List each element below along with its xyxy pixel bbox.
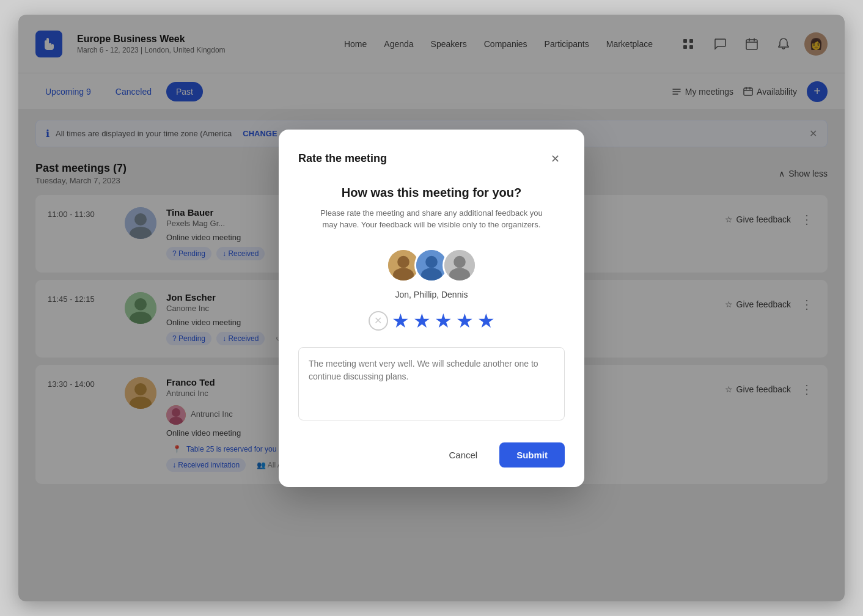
avatars-row xyxy=(298,248,565,282)
modal-subtitle: Please rate the meeting and share any ad… xyxy=(315,207,548,231)
star-2[interactable]: ★ xyxy=(413,309,431,332)
star-1[interactable]: ★ xyxy=(392,309,409,332)
stars-row: ✕ ★ ★ ★ ★ ★ xyxy=(298,309,565,332)
svg-point-22 xyxy=(425,255,438,268)
svg-point-19 xyxy=(397,255,409,268)
modal-footer: Cancel Submit xyxy=(298,442,565,468)
feedback-textarea[interactable] xyxy=(298,347,565,420)
modal-header: Rate the meeting ✕ xyxy=(298,149,565,169)
star-5[interactable]: ★ xyxy=(477,309,495,332)
star-4[interactable]: ★ xyxy=(456,309,474,332)
modal-question: How was this meeting for you? xyxy=(298,186,565,200)
svg-point-23 xyxy=(421,268,442,282)
star-3[interactable]: ★ xyxy=(435,309,452,332)
submit-button[interactable]: Submit xyxy=(499,442,565,468)
cancel-button[interactable]: Cancel xyxy=(434,442,492,468)
modal-body: How was this meeting for you? Please rat… xyxy=(298,186,565,442)
clear-rating-button[interactable]: ✕ xyxy=(369,311,388,331)
avatars-label: Jon, Phillip, Dennis xyxy=(298,290,565,299)
svg-point-26 xyxy=(449,268,470,282)
modal-overlay[interactable]: Rate the meeting ✕ How was this meeting … xyxy=(18,15,845,601)
rate-meeting-modal: Rate the meeting ✕ How was this meeting … xyxy=(279,130,584,487)
svg-point-20 xyxy=(393,268,414,282)
modal-title: Rate the meeting xyxy=(298,152,387,165)
avatar-dennis xyxy=(443,248,477,282)
svg-point-25 xyxy=(454,255,466,268)
modal-close-button[interactable]: ✕ xyxy=(545,149,565,169)
